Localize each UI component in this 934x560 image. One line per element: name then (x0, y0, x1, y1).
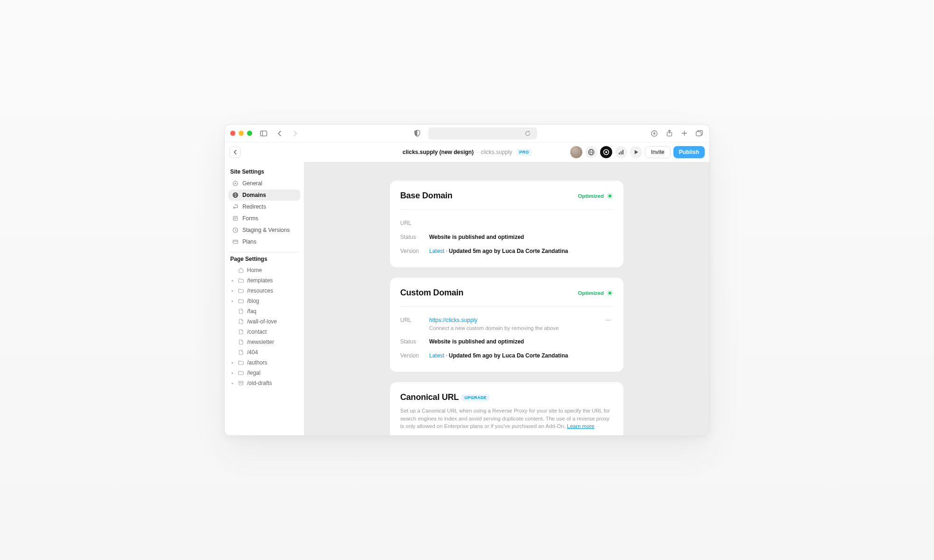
new-tab-icon[interactable] (679, 129, 689, 138)
page-icon (238, 308, 244, 315)
sidebar-toggle-icon[interactable] (259, 129, 268, 138)
page-item-templates[interactable]: ▸/templates (228, 275, 300, 286)
page-item-authors[interactable]: ▸/authors (228, 357, 300, 368)
browser-chrome (225, 125, 709, 142)
svg-rect-12 (623, 150, 623, 154)
reload-icon[interactable] (523, 129, 532, 138)
tab-overview-icon[interactable] (694, 129, 704, 138)
sidebar-item-plans[interactable]: Plans (228, 236, 300, 247)
page-item-home[interactable]: Home (228, 265, 300, 275)
globe-icon (232, 192, 239, 198)
page-item-newsletter[interactable]: /newsletter (228, 337, 300, 347)
page-item-label: /404 (247, 349, 258, 356)
clock-icon (232, 227, 239, 233)
svg-point-14 (234, 182, 236, 184)
caret-icon[interactable]: ▸ (230, 299, 235, 303)
sidebar-item-label: Staging & Versions (242, 227, 290, 233)
page-icon (238, 339, 244, 345)
page-item-contact[interactable]: /contact (228, 327, 300, 337)
svg-point-9 (605, 151, 607, 153)
sidebar-item-forms[interactable]: Forms (228, 213, 300, 224)
svg-rect-10 (619, 153, 620, 154)
value-base-version: Latest·Updated 5m ago by Luca Da Corte Z… (429, 248, 613, 254)
page-item-old-drafts[interactable]: ▸/old-drafts (228, 378, 300, 388)
status-dot-icon (607, 193, 613, 199)
sidebar-item-staging-versions[interactable]: Staging & Versions (228, 224, 300, 236)
folder-icon (238, 287, 244, 294)
more-options-icon[interactable]: ··· (603, 317, 613, 323)
page-icon (238, 349, 244, 356)
page-settings-header: Page Settings (230, 256, 298, 262)
canonical-description: Set up a Canonical URL when using a Reve… (400, 407, 613, 430)
caret-icon[interactable]: ▸ (230, 360, 235, 365)
page-item-label: /newsletter (247, 339, 274, 345)
page-item-resources[interactable]: ▸/resources (228, 286, 300, 296)
close-window-icon[interactable] (230, 131, 235, 136)
custom-domain-title: Custom Domain (400, 288, 463, 298)
page-item-wall-of-love[interactable]: /wall-of-love (228, 316, 300, 327)
share-icon[interactable] (665, 129, 674, 138)
page-icon (238, 329, 244, 335)
page-item-404[interactable]: /404 (228, 347, 300, 357)
canonical-url-card: Canonical URL UPGRADE Set up a Canonical… (390, 382, 623, 435)
sidebar-item-label: Domains (242, 192, 266, 198)
publish-button[interactable]: Publish (673, 146, 705, 158)
nav-forward-icon[interactable] (290, 129, 300, 138)
page-item-label: Home (247, 267, 262, 273)
app-top-bar: clicks.supply (new design) · clicks.supp… (225, 142, 709, 162)
learn-more-link[interactable]: Learn more (567, 423, 594, 429)
project-domain: clicks.supply (481, 149, 512, 155)
caret-icon[interactable]: ▸ (230, 381, 235, 385)
status-dot-icon (607, 290, 613, 296)
value-base-status: Website is published and optimized (429, 234, 613, 240)
folder-icon (238, 298, 244, 304)
redirect-icon (232, 203, 239, 210)
version-latest-link[interactable]: Latest (429, 248, 445, 254)
custom-domain-card: Custom Domain Optimized URL https://clic… (390, 278, 623, 372)
back-button[interactable] (229, 147, 241, 158)
custom-domain-url-link[interactable]: https://clicks.supply (429, 317, 477, 323)
caret-icon[interactable]: ▸ (230, 278, 235, 283)
caret-icon[interactable]: ▸ (230, 288, 235, 293)
sidebar-item-label: Forms (242, 215, 258, 222)
sidebar-item-redirects[interactable]: Redirects (228, 201, 300, 212)
value-custom-version: Latest·Updated 5m ago by Luca Da Corte Z… (429, 352, 613, 359)
page-item-label: /contact (247, 329, 267, 335)
globe-icon[interactable] (585, 146, 597, 158)
card-icon (232, 238, 239, 245)
folder-icon (238, 277, 244, 284)
play-preview-icon[interactable] (630, 146, 642, 158)
page-item-label: /authors (247, 359, 267, 366)
page-item-label: /legal (247, 370, 261, 376)
label-version: Version (400, 248, 429, 254)
version-latest-link[interactable]: Latest (429, 352, 445, 359)
maximize-window-icon[interactable] (247, 131, 252, 136)
page-item-faq[interactable]: /faq (228, 306, 300, 316)
base-domain-card: Base Domain Optimized URL Status (390, 181, 623, 267)
page-item-label: /faq (247, 308, 256, 315)
page-item-label: /old-drafts (247, 380, 272, 386)
address-bar[interactable] (428, 127, 537, 140)
privacy-shield-icon[interactable] (412, 129, 422, 138)
invite-button[interactable]: Invite (645, 146, 671, 158)
minimize-window-icon[interactable] (239, 131, 244, 136)
page-item-blog[interactable]: ▸/blog (228, 296, 300, 306)
avatar[interactable] (570, 146, 582, 158)
sidebar-item-label: Plans (242, 238, 256, 245)
gear-icon (232, 180, 239, 187)
label-status: Status (400, 338, 429, 345)
settings-gear-icon[interactable] (600, 146, 612, 158)
page-item-legal[interactable]: ▸/legal (228, 368, 300, 378)
value-custom-status: Website is published and optimized (429, 338, 613, 345)
svg-rect-4 (696, 132, 701, 136)
nav-back-icon[interactable] (275, 129, 284, 138)
download-icon[interactable] (650, 129, 659, 138)
canonical-title: Canonical URL (400, 392, 459, 402)
project-title: clicks.supply (new design) (403, 149, 474, 155)
upgrade-badge[interactable]: UPGRADE (461, 394, 489, 401)
sidebar-item-domains[interactable]: Domains (228, 189, 300, 201)
sidebar-item-general[interactable]: General (228, 178, 300, 189)
caret-icon[interactable]: ▸ (230, 371, 235, 375)
analytics-icon[interactable] (615, 146, 627, 158)
folder-icon (238, 359, 244, 366)
